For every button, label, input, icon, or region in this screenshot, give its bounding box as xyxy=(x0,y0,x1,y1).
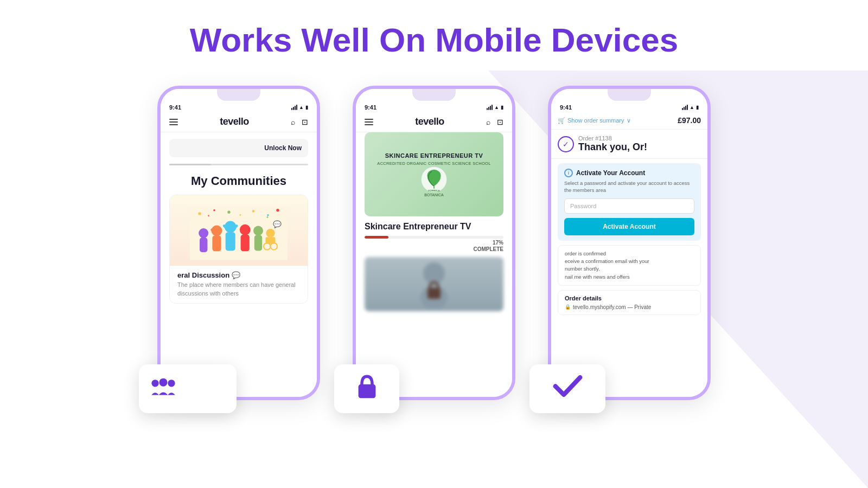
svg-point-16 xyxy=(240,224,251,235)
phone3-time: 9:41 xyxy=(560,104,572,111)
phone2-time: 9:41 xyxy=(365,104,376,111)
svg-point-18 xyxy=(253,226,263,236)
people-icon xyxy=(150,377,177,401)
activate-title: Activate Your Account xyxy=(576,169,645,177)
email-offers-text: nail me with news and offers xyxy=(565,273,694,281)
phone1-time: 9:41 xyxy=(169,104,181,111)
unlock-button[interactable]: Unlock Now xyxy=(264,144,302,152)
phone3-status-bar: 9:41 ▲ ▮ xyxy=(551,101,707,112)
thank-you-text-block: Order #1138 Thank you, Or! xyxy=(578,135,647,153)
confirmation-text1: order is confirmed xyxy=(565,250,694,258)
svg-point-3 xyxy=(227,211,230,214)
password-input[interactable]: Password xyxy=(564,198,694,214)
course-title: Skincare Entrepreneur TV xyxy=(356,222,512,232)
order-details-link: 🔒 tevello.myshopify.com — Private xyxy=(565,304,694,310)
wifi-icon-2: ▲ xyxy=(494,105,499,110)
phone3-status-icons: ▲ ▮ xyxy=(682,105,699,110)
svg-point-2 xyxy=(213,209,215,211)
search-icon[interactable]: ⌕ xyxy=(291,118,295,126)
progress-text: 17% COMPLETE xyxy=(365,240,503,253)
svg-point-28 xyxy=(151,380,158,387)
progress-track xyxy=(365,236,503,239)
page-title: Works Well On Mobile Devices xyxy=(0,22,868,59)
svg-text:✦: ✦ xyxy=(239,213,242,217)
svg-text:FORMULA: FORMULA xyxy=(429,189,440,191)
progress-container: 17% COMPLETE xyxy=(365,236,503,253)
phone1-nav: tevello ⌕ ⊡ xyxy=(161,112,317,132)
phone1-brand: tevello xyxy=(220,116,249,127)
svg-rect-23 xyxy=(266,237,276,244)
svg-point-10 xyxy=(199,228,208,238)
checkout-header: 🛒 Show order summary ∨ £97.00 xyxy=(551,112,707,130)
svg-rect-19 xyxy=(254,235,262,251)
search-icon-2[interactable]: ⌕ xyxy=(486,118,490,126)
course-preview-blurred xyxy=(365,257,503,311)
phone2-status-bar: 9:41 ▲ ▮ xyxy=(356,101,512,112)
wifi-icon-3: ▲ xyxy=(690,105,694,110)
lock-icon xyxy=(355,373,379,405)
signal-icon xyxy=(291,105,297,110)
order-summary-link[interactable]: 🛒 Show order summary ∨ xyxy=(558,117,631,124)
phone1-status-bar: 9:41 ▲ ▮ xyxy=(161,101,317,112)
unlock-progress-track xyxy=(169,164,308,165)
thank-you-name: Thank you, Or! xyxy=(578,142,647,153)
battery-icon-3: ▮ xyxy=(696,105,699,110)
community-image: ✦ ✦ ✦ xyxy=(170,195,308,266)
phone-course: 9:41 ▲ ▮ tevello ⌕ xyxy=(353,86,515,400)
wifi-icon: ▲ xyxy=(299,105,304,110)
signal-icon-3 xyxy=(682,105,688,110)
svg-point-20 xyxy=(266,229,275,237)
activate-account-button[interactable]: Activate Account xyxy=(564,218,694,235)
svg-rect-37 xyxy=(358,384,375,398)
unlock-bar: Unlock Now xyxy=(169,139,308,157)
title-black-part: Works Well On xyxy=(190,21,435,59)
svg-rect-11 xyxy=(200,237,207,252)
chevron-down-icon: ∨ xyxy=(627,117,631,124)
phone2-nav-icons: ⌕ ⊡ xyxy=(486,118,503,126)
course-thumbnail-title: SKINCARE ENTREPRENEUR TV xyxy=(385,152,483,159)
svg-point-30 xyxy=(168,380,175,387)
lock-small-icon: 🔒 xyxy=(565,304,571,310)
cart-icon[interactable]: ⊡ xyxy=(302,118,308,126)
phone-checkout: 9:41 ▲ ▮ 🛒 Show order summary ∨ xyxy=(548,86,711,400)
page-header: Works Well On Mobile Devices xyxy=(0,0,868,75)
phone1-nav-icons: ⌕ ⊡ xyxy=(291,118,308,126)
thank-you-section: ✓ Order #1138 Thank you, Or! xyxy=(551,130,707,159)
battery-icon: ▮ xyxy=(305,105,308,110)
svg-point-4 xyxy=(252,210,255,213)
hamburger-icon[interactable] xyxy=(169,119,178,125)
course-thumbnail-bg: SKINCARE ENTREPRENEUR TV ACCREDITED ORGA… xyxy=(365,132,503,216)
checkmark-large-icon xyxy=(553,373,583,406)
phone2-notch xyxy=(412,89,456,101)
cart-icon-2[interactable]: ⊡ xyxy=(497,118,503,126)
phone1-notch xyxy=(217,89,260,101)
svg-rect-36 xyxy=(427,288,441,299)
confirmation-text2: eceive a confirmation email with your xyxy=(565,258,694,265)
svg-rect-15 xyxy=(226,232,235,251)
info-icon: i xyxy=(564,169,573,177)
confirmation-section: order is confirmed eceive a confirmation… xyxy=(558,245,701,286)
progress-fill xyxy=(365,236,388,239)
hamburger-icon-2[interactable] xyxy=(365,119,373,125)
svg-point-34 xyxy=(423,262,445,284)
course-thumbnail: SKINCARE ENTREPRENEUR TV ACCREDITED ORGA… xyxy=(365,132,503,216)
circle-check-icon: ✓ xyxy=(558,136,574,152)
phone-communities: 9:41 ▲ ▮ tevello ⌕ xyxy=(157,86,320,400)
order-details-title: Order details xyxy=(565,295,694,301)
phone2-status-icons: ▲ ▮ xyxy=(487,105,503,110)
svg-text:✦: ✦ xyxy=(207,214,210,217)
order-details-section: Order details 🔒 tevello.myshopify.com — … xyxy=(558,290,701,315)
activate-title-row: i Activate Your Account xyxy=(564,169,694,177)
confirmation-text3: number shortly. xyxy=(565,265,694,273)
phones-container: 9:41 ▲ ▮ tevello ⌕ xyxy=(0,75,868,411)
signal-icon-2 xyxy=(487,105,493,110)
svg-text:✦: ✦ xyxy=(266,215,269,220)
order-number: Order #1138 xyxy=(578,135,647,142)
svg-rect-17 xyxy=(241,235,250,252)
crowd-illustration: ✦ ✦ ✦ xyxy=(170,195,308,266)
title-purple-part: Mobile Devices xyxy=(435,21,678,59)
communities-title: My Communities xyxy=(161,170,317,195)
course-thumbnail-subtitle: ACCREDITED ORGANIC COSMETIC SCIENCE SCHO… xyxy=(377,161,490,166)
phone2-brand: tevello xyxy=(415,116,444,127)
people-svg: ✦ ✦ ✦ xyxy=(190,203,288,263)
